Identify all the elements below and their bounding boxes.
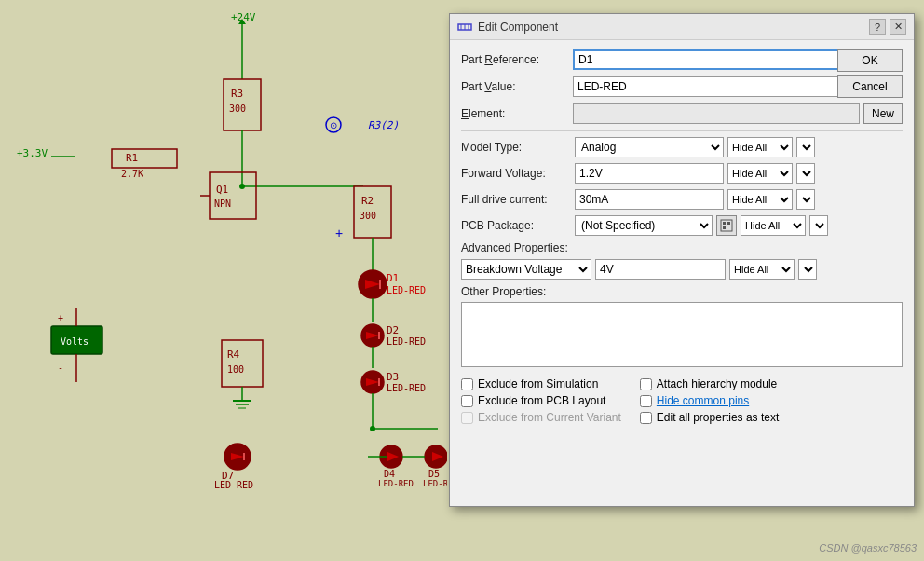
dialog-titlebar: Edit Component ? ✕	[450, 14, 914, 40]
svg-text:D4: D4	[384, 469, 395, 479]
svg-text:D2: D2	[387, 324, 399, 336]
exclude-pcb-item: Exclude from PCB Layout	[461, 394, 621, 407]
svg-text:R4: R4	[227, 349, 240, 361]
part-value-input[interactable]	[573, 76, 839, 97]
forward-voltage-hide-select[interactable]: Hide All	[727, 163, 793, 184]
svg-rect-62	[222, 340, 263, 387]
svg-rect-83	[723, 226, 726, 229]
breakdown-voltage-input[interactable]	[595, 259, 726, 280]
svg-text:Q1: Q1	[216, 184, 228, 196]
exclude-simulation-item: Exclude from Simulation	[461, 377, 621, 390]
svg-rect-80	[721, 220, 732, 231]
dialog-title-text: Edit Component	[478, 21, 558, 34]
other-properties-label: Other Properties:	[461, 285, 903, 298]
model-type-hide-select2[interactable]: ▼	[796, 137, 815, 157]
svg-text:R1: R1	[126, 152, 138, 164]
exclude-simulation-label: Exclude from Simulation	[478, 377, 598, 390]
svg-text:LED-RED: LED-RED	[378, 479, 414, 488]
attach-hierarchy-label: Attach hierarchy module	[657, 377, 777, 390]
dialog-close-button[interactable]: ✕	[890, 19, 906, 35]
forward-voltage-input[interactable]	[575, 163, 724, 184]
attach-hierarchy-checkbox[interactable]	[640, 378, 652, 390]
part-reference-input[interactable]	[573, 49, 839, 70]
ok-button[interactable]: OK	[837, 49, 903, 72]
svg-text:D3: D3	[387, 371, 399, 383]
full-drive-hide-select[interactable]: Hide All	[727, 189, 793, 210]
advanced-properties-section: Advanced Properties: Breakdown Voltage H…	[461, 241, 903, 280]
svg-text:R2: R2	[361, 195, 374, 207]
dialog-body: Part Reference: Hidden: OK Cancel Part V…	[450, 40, 914, 433]
element-row: Element: New	[461, 103, 903, 124]
forward-voltage-label: Forward Voltage:	[461, 167, 571, 180]
hide-common-pins-item: Hide common pins	[640, 394, 779, 407]
pcb-package-select[interactable]: (Not Specified)	[575, 215, 713, 236]
right-checkboxes: Attach hierarchy module Hide common pins…	[640, 377, 779, 424]
edit-all-checkbox[interactable]	[640, 412, 652, 424]
pcb-hide-select[interactable]: Hide All	[741, 215, 806, 236]
breakdown-voltage-select[interactable]: Breakdown Voltage	[461, 259, 591, 280]
exclude-pcb-checkbox[interactable]	[461, 395, 473, 407]
svg-text:D1: D1	[387, 272, 399, 284]
advanced-label: Advanced Properties:	[461, 241, 903, 254]
model-type-hide-select[interactable]: Hide All	[727, 137, 793, 157]
forward-voltage-arrow[interactable]: ▼	[796, 163, 815, 184]
svg-text:300: 300	[229, 103, 246, 114]
other-properties-textarea[interactable]	[461, 302, 903, 367]
element-input-group: New	[573, 103, 903, 124]
svg-text:-: -	[58, 363, 63, 373]
svg-text:LED-RED: LED-RED	[387, 285, 426, 295]
component-icon	[457, 20, 472, 34]
model-type-select[interactable]: Analog Digital None	[575, 137, 724, 157]
breakdown-arrow[interactable]: ▼	[798, 259, 817, 280]
svg-text:+: +	[335, 226, 343, 240]
hide-common-pins-label[interactable]: Hide common pins	[657, 394, 749, 407]
part-value-row: Part Value: Hidden:	[461, 76, 903, 97]
svg-text:2.7K: 2.7K	[121, 169, 143, 179]
forward-voltage-row: Forward Voltage: Hide All ▼	[461, 163, 903, 184]
svg-text:+3.3V: +3.3V	[17, 147, 48, 159]
exclude-variant-item: Exclude from Current Variant	[461, 411, 621, 424]
full-drive-arrow[interactable]: ▼	[796, 189, 815, 210]
breakdown-voltage-row: Breakdown Voltage Hide All ▼	[461, 259, 903, 280]
svg-text:⊙: ⊙	[330, 120, 337, 130]
exclude-pcb-label: Exclude from PCB Layout	[478, 394, 605, 407]
separator-1	[461, 130, 903, 131]
dialog-title-controls: ? ✕	[869, 19, 906, 35]
element-label: Element:	[461, 107, 573, 120]
svg-text:300: 300	[360, 211, 376, 221]
cancel-button[interactable]: Cancel	[837, 75, 903, 98]
new-button[interactable]: New	[863, 103, 903, 124]
svg-text:LED-RED: LED-RED	[387, 336, 426, 347]
exclude-simulation-checkbox[interactable]	[461, 378, 473, 390]
svg-text:NPN: NPN	[214, 198, 231, 209]
svg-text:R3(2): R3(2)	[368, 119, 399, 131]
model-type-label: Model Type:	[461, 141, 571, 154]
svg-text:LED-RED: LED-RED	[423, 479, 447, 488]
breakdown-hide-select[interactable]: Hide All	[729, 259, 795, 280]
full-drive-input[interactable]	[575, 189, 724, 210]
svg-point-74	[370, 426, 375, 431]
svg-text:R3: R3	[231, 88, 243, 100]
svg-text:Volts: Volts	[61, 336, 88, 347]
edit-all-item: Edit all properties as text	[640, 411, 779, 424]
left-checkboxes: Exclude from Simulation Exclude from PCB…	[461, 377, 621, 424]
full-drive-label: Full drive current:	[461, 193, 571, 206]
edit-component-dialog: Edit Component ? ✕ Part Reference: Hidde…	[449, 13, 915, 507]
exclude-variant-checkbox[interactable]	[461, 412, 473, 424]
part-value-label: Part Value:	[461, 80, 573, 93]
svg-text:D5: D5	[428, 469, 440, 479]
attach-hierarchy-item: Attach hierarchy module	[640, 377, 779, 390]
svg-text:LED-RED: LED-RED	[387, 383, 426, 393]
dialog-help-button[interactable]: ?	[869, 19, 886, 35]
element-input[interactable]	[573, 103, 860, 124]
pcb-browse-button[interactable]	[716, 215, 737, 236]
svg-rect-59	[112, 149, 177, 168]
hide-common-pins-checkbox[interactable]	[640, 395, 652, 407]
checkboxes-section: Exclude from Simulation Exclude from PCB…	[461, 377, 903, 424]
svg-rect-81	[723, 222, 726, 225]
svg-text:+: +	[58, 313, 63, 323]
part-reference-row: Part Reference: Hidden: OK Cancel	[461, 49, 903, 70]
pcb-package-label: PCB Package:	[461, 219, 571, 232]
pcb-arrow[interactable]: ▼	[809, 215, 828, 236]
watermark: CSDN @qasxc78563	[819, 542, 917, 554]
